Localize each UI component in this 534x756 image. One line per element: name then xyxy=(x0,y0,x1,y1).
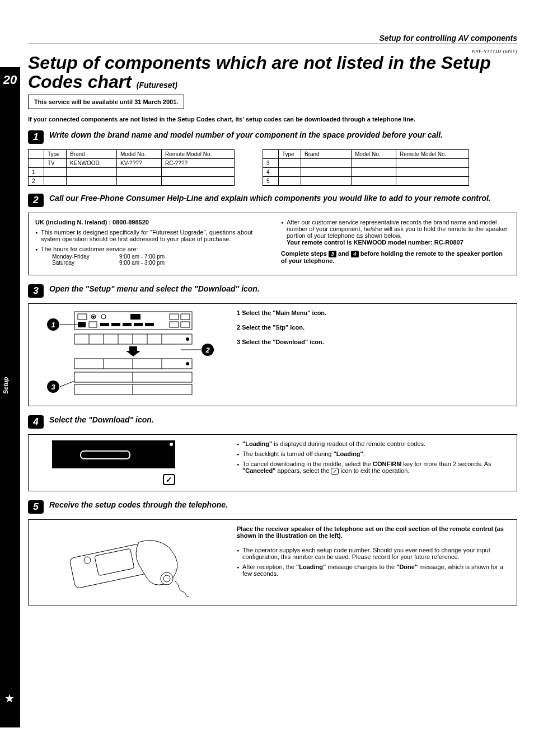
table-row: TV KENWOOD KV-???? RC-???? xyxy=(29,159,235,168)
step-5-header: 5 Receive the setup codes through the te… xyxy=(28,500,517,514)
table-header xyxy=(29,150,44,159)
step-badge-5: 5 xyxy=(28,500,44,514)
step-badge-3: 3 xyxy=(28,284,44,298)
step-3-title: Open the "Setup" menu and select the "Do… xyxy=(49,284,260,293)
svg-rect-16 xyxy=(181,322,190,327)
svg-text:3: 3 xyxy=(51,383,55,391)
step-4-title: Select the "Download" icon. xyxy=(49,415,154,424)
step-5-bullet-2: After reception, the "Loading" message c… xyxy=(237,564,510,577)
table-row: 5 xyxy=(263,177,469,186)
worksheet-table-2: Type Brand Model No. Remote Model No. 3 … xyxy=(263,149,469,186)
step-badge-inline-3: 3 xyxy=(329,251,336,257)
step-badge-1: 1 xyxy=(28,130,44,144)
step-badge-2: 2 xyxy=(28,194,44,207)
step-4-box: ✓ "Loading" is displayed during readout … xyxy=(28,434,517,491)
step-3-header: 3 Open the "Setup" menu and select the "… xyxy=(28,284,517,298)
table-row: 1 xyxy=(29,168,235,177)
worksheet-tables: Type Brand Model No. Remote Model No. TV… xyxy=(28,149,517,186)
page-content: Setup for controlling AV components KRF-… xyxy=(28,0,517,605)
menu-diagram-svg: 1 2 xyxy=(35,309,220,399)
divider xyxy=(28,44,517,44)
cs-note: After our customer service representativ… xyxy=(281,219,510,246)
step-badge-4: 4 xyxy=(28,415,44,429)
step-5-bullet-1: The operator supplys each setup code num… xyxy=(237,547,510,560)
uk-note: This number is designed specifically for… xyxy=(35,229,264,242)
worksheet-table-1: Type Brand Model No. Remote Model No. TV… xyxy=(28,149,235,186)
phone-remote-svg xyxy=(55,525,200,598)
table-row: 2 xyxy=(29,177,235,186)
step-5-box: Place the receiver speaker of the teleph… xyxy=(28,519,517,605)
step-3-box: 1 2 xyxy=(28,303,517,406)
step-5-title: Receive the setup codes through the tele… xyxy=(49,500,228,509)
table-header: Brand xyxy=(301,150,352,159)
service-notice: This service will be available until 31 … xyxy=(28,95,184,109)
svg-rect-12 xyxy=(123,323,132,326)
telephone-remote-diagram xyxy=(35,525,220,599)
svg-rect-14 xyxy=(145,323,154,326)
page-title-suffix: (Futureset) xyxy=(137,81,177,90)
step-badge-inline-4: 4 xyxy=(351,251,359,257)
loading-bar-icon xyxy=(80,450,130,459)
step-4-notes: "Loading" is displayed during readout of… xyxy=(237,440,510,478)
svg-point-36 xyxy=(186,362,189,365)
svg-rect-20 xyxy=(74,334,192,344)
svg-rect-11 xyxy=(111,323,120,326)
step-2-title: Call our Free-Phone Consumer Help-Line a… xyxy=(49,194,491,203)
svg-rect-39 xyxy=(74,384,192,395)
svg-rect-6 xyxy=(170,314,179,320)
step-4-header: 4 Select the "Download" icon. xyxy=(28,415,517,429)
step-3-note-3: 3Select the "Download" icon. xyxy=(237,339,510,345)
svg-text:2: 2 xyxy=(205,346,210,354)
table-header: Type xyxy=(279,150,301,159)
svg-rect-13 xyxy=(134,323,143,326)
step-2-header: 2 Call our Free-Phone Consumer Help-Line… xyxy=(28,194,517,207)
loading-screen-diagram: ✓ xyxy=(35,440,220,485)
hours-block: The hours for customer service are: Mond… xyxy=(35,246,264,266)
table-header: Remote Model No. xyxy=(396,150,469,159)
step-2-box: UK (including N. Ireland) : 0800-898520 … xyxy=(28,213,517,275)
step-5-notes: Place the receiver speaker of the teleph… xyxy=(237,525,510,580)
table-header: Brand xyxy=(67,150,117,159)
table-header: Type xyxy=(44,150,67,159)
table-header: Remote Model No. xyxy=(162,150,235,159)
hours-label: The hours for customer service are: xyxy=(41,246,138,252)
page-sidebar: 20 Setup ★ xyxy=(0,67,20,727)
uk-phone-line: UK (including N. Ireland) : 0800-898520 xyxy=(35,219,264,226)
table-header xyxy=(263,150,279,159)
step-3-notes: 1Select the "Main Menu" icon. 2Select th… xyxy=(237,309,510,353)
step-4-bullet-1: "Loading" is displayed during readout of… xyxy=(237,440,510,447)
svg-point-47 xyxy=(161,572,173,585)
svg-rect-9 xyxy=(89,322,97,327)
svg-rect-1 xyxy=(78,314,87,320)
remote-model-line: Your remote control is KENWOOD model num… xyxy=(287,239,463,246)
svg-rect-5 xyxy=(130,314,140,320)
star-icon: ★ xyxy=(4,692,15,705)
svg-rect-37 xyxy=(74,372,192,382)
svg-rect-10 xyxy=(100,323,109,326)
menu-navigation-diagram: 1 2 xyxy=(35,309,220,400)
svg-rect-7 xyxy=(181,314,190,320)
step-1-header: 1 Write down the brand name and model nu… xyxy=(28,130,517,144)
page-title: Setup of components which are not listed… xyxy=(28,54,517,91)
step-1-title: Write down the brand name and model numb… xyxy=(49,130,443,139)
svg-rect-8 xyxy=(78,322,86,327)
check-inline-icon: ✓ xyxy=(331,468,339,475)
step-3-note-1: 1Select the "Main Menu" icon. xyxy=(237,309,510,316)
step-4-bullet-3: To cancel downloading in the middle, sel… xyxy=(237,461,510,475)
loading-black-screen xyxy=(52,440,175,468)
svg-rect-32 xyxy=(74,359,192,369)
step-3-note-2: 2Select the "Stp" icon. xyxy=(237,324,510,331)
page-number: 20 xyxy=(0,73,20,87)
svg-point-27 xyxy=(186,337,189,341)
svg-point-3 xyxy=(92,316,95,318)
complete-steps-line: Complete steps 3 and 4 before holding th… xyxy=(281,250,510,264)
section-header: Setup for controlling AV components xyxy=(28,34,517,43)
confirm-check-icon: ✓ xyxy=(163,474,175,485)
svg-line-43 xyxy=(60,381,74,387)
table-row: 3 xyxy=(263,159,469,168)
svg-marker-31 xyxy=(126,346,140,356)
step-5-place-text: Place the receiver speaker of the teleph… xyxy=(237,525,510,539)
intro-text: If your connected components are not lis… xyxy=(28,116,517,123)
svg-rect-15 xyxy=(170,322,179,327)
table-row: 4 xyxy=(263,168,469,177)
